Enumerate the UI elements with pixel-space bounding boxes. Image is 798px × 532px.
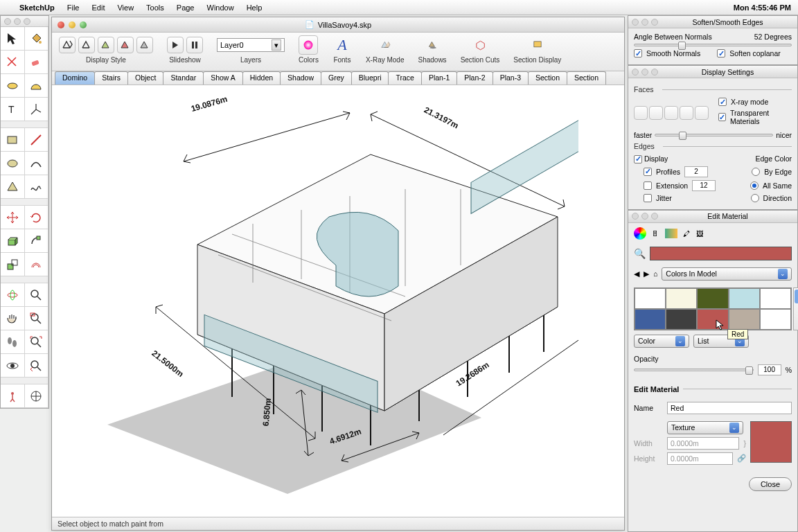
- menu-tools[interactable]: Tools: [146, 3, 164, 12]
- eraser-tool[interactable]: [25, 51, 49, 74]
- previous-view-tool[interactable]: [25, 354, 49, 378]
- opacity-slider[interactable]: [634, 369, 754, 371]
- scrollbar[interactable]: [793, 287, 798, 330]
- crayons-icon[interactable]: 🖍: [683, 229, 691, 238]
- orbit-tool[interactable]: [1, 283, 25, 307]
- play-button[interactable]: [167, 37, 184, 53]
- freehand-tool[interactable]: [25, 175, 49, 199]
- material-name-input[interactable]: [667, 402, 792, 414]
- swatch-blank[interactable]: [760, 309, 791, 330]
- minimize-icon[interactable]: [69, 21, 76, 28]
- tab-hidden[interactable]: Hidden: [242, 71, 281, 85]
- current-material-swatch[interactable]: [650, 247, 792, 260]
- swatch-blank[interactable]: [760, 288, 791, 309]
- colors-button[interactable]: [299, 35, 318, 55]
- position-camera-tool[interactable]: [1, 384, 25, 408]
- zoom-icon[interactable]: [80, 21, 87, 28]
- tab-domino[interactable]: Domino: [55, 71, 95, 85]
- close-icon[interactable]: [4, 18, 11, 25]
- tab-plan-2[interactable]: Plan-2: [456, 71, 493, 85]
- zoom-tool[interactable]: [25, 283, 49, 307]
- search-icon[interactable]: 🔍: [634, 248, 646, 259]
- style-shaded-button[interactable]: [98, 37, 114, 53]
- rectangle-tool[interactable]: [1, 51, 25, 74]
- transparency-slider[interactable]: [655, 134, 773, 136]
- direction-radio[interactable]: [751, 194, 759, 202]
- minimize-icon[interactable]: [641, 69, 648, 76]
- protractor-tool[interactable]: [25, 74, 49, 98]
- palette-icon[interactable]: [665, 229, 677, 238]
- smooth-normals-checkbox[interactable]: [634, 49, 642, 57]
- line-tool[interactable]: [25, 128, 49, 152]
- text-tool[interactable]: T: [1, 98, 25, 121]
- face-style-1[interactable]: [634, 106, 648, 120]
- swatch[interactable]: [729, 309, 760, 330]
- menu-window[interactable]: Window: [207, 3, 234, 12]
- section-plane-tool[interactable]: [25, 384, 49, 408]
- layer-select[interactable]: Layer0 ▾: [217, 38, 285, 52]
- tab-standar[interactable]: Standar: [163, 71, 204, 85]
- close-icon[interactable]: [57, 21, 64, 28]
- back-icon[interactable]: ◀: [634, 269, 639, 278]
- profiles-checkbox[interactable]: [644, 168, 652, 176]
- tab-section-1[interactable]: Section: [528, 71, 567, 85]
- close-icon[interactable]: [632, 69, 639, 76]
- move-tool[interactable]: [1, 206, 25, 229]
- minimize-icon[interactable]: [641, 213, 648, 220]
- tab-object[interactable]: Object: [127, 71, 163, 85]
- zoom-icon[interactable]: [651, 69, 658, 76]
- library-select[interactable]: Colors In Model⌄: [662, 267, 792, 281]
- tab-grey[interactable]: Grey: [321, 71, 352, 85]
- color-wheel-icon[interactable]: [634, 227, 646, 240]
- width-input[interactable]: [667, 437, 739, 450]
- section-display-button[interactable]: [528, 35, 547, 55]
- swatch[interactable]: [666, 288, 697, 309]
- swatch[interactable]: [635, 288, 666, 309]
- section-cuts-button[interactable]: [470, 35, 490, 55]
- pause-button[interactable]: [186, 37, 203, 53]
- xray-mode-button[interactable]: [375, 35, 395, 55]
- push-pull-tool[interactable]: [1, 229, 25, 253]
- tab-bluepri[interactable]: Bluepri: [351, 71, 389, 85]
- face-style-4[interactable]: [680, 106, 693, 120]
- zoom-extents-tool[interactable]: [25, 330, 49, 354]
- sliders-icon[interactable]: 🎚: [652, 229, 659, 238]
- rectangle-shape-tool[interactable]: [1, 128, 25, 152]
- pan-tool[interactable]: [1, 307, 25, 330]
- look-around-tool[interactable]: [1, 354, 25, 378]
- axes-tool[interactable]: [25, 98, 49, 121]
- polygon-tool[interactable]: [1, 175, 25, 199]
- close-button[interactable]: Close: [749, 477, 792, 491]
- link-icon[interactable]: }: [743, 439, 746, 447]
- menu-page[interactable]: Page: [177, 3, 195, 12]
- xray-checkbox[interactable]: [718, 98, 727, 106]
- menu-edit[interactable]: Edit: [91, 3, 105, 12]
- lock-icon[interactable]: 🔗: [737, 454, 746, 463]
- menu-file[interactable]: File: [67, 3, 80, 12]
- swatch[interactable]: [635, 309, 666, 330]
- display-checkbox[interactable]: [634, 155, 642, 163]
- style-mono-button[interactable]: [136, 37, 153, 53]
- tab-show-a[interactable]: Show A: [203, 71, 243, 85]
- color-dropdown[interactable]: Color⌄: [634, 335, 689, 348]
- jitter-checkbox[interactable]: [644, 194, 652, 202]
- paint-bucket-tool[interactable]: [25, 27, 49, 51]
- tape-measure-tool[interactable]: [1, 74, 25, 98]
- menu-view[interactable]: View: [117, 3, 134, 12]
- zoom-window-tool[interactable]: [25, 307, 49, 330]
- forward-icon[interactable]: ▶: [644, 269, 649, 278]
- tab-plan-3[interactable]: Plan-3: [493, 71, 529, 85]
- extension-checkbox[interactable]: [644, 181, 652, 190]
- tab-plan-1[interactable]: Plan-1: [421, 71, 457, 85]
- minimize-icon[interactable]: [14, 18, 21, 25]
- tab-shadow[interactable]: Shadow: [280, 71, 321, 85]
- walk-tool[interactable]: [1, 330, 25, 354]
- menu-help[interactable]: Help: [247, 3, 263, 12]
- follow-me-tool[interactable]: [25, 229, 49, 253]
- arc-tool[interactable]: [25, 152, 49, 175]
- extension-value[interactable]: 12: [692, 180, 716, 191]
- circle-tool[interactable]: [1, 152, 25, 175]
- close-icon[interactable]: [632, 19, 639, 26]
- home-icon[interactable]: ⌂: [653, 269, 657, 278]
- style-textured-button[interactable]: [117, 37, 134, 53]
